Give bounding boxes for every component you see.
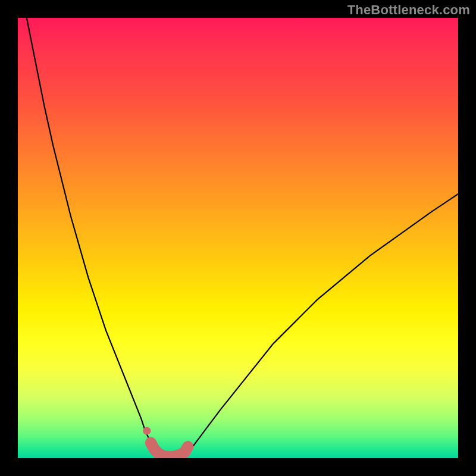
- highlight-dot: [143, 427, 151, 434]
- watermark-text: TheBottleneck.com: [347, 2, 470, 18]
- highlight-valley-stroke: [151, 443, 187, 457]
- chart-frame: TheBottleneck.com: [0, 0, 476, 476]
- bottleneck-curve: [27, 18, 458, 457]
- plot-area: [18, 18, 458, 458]
- chart-overlay: [18, 18, 458, 458]
